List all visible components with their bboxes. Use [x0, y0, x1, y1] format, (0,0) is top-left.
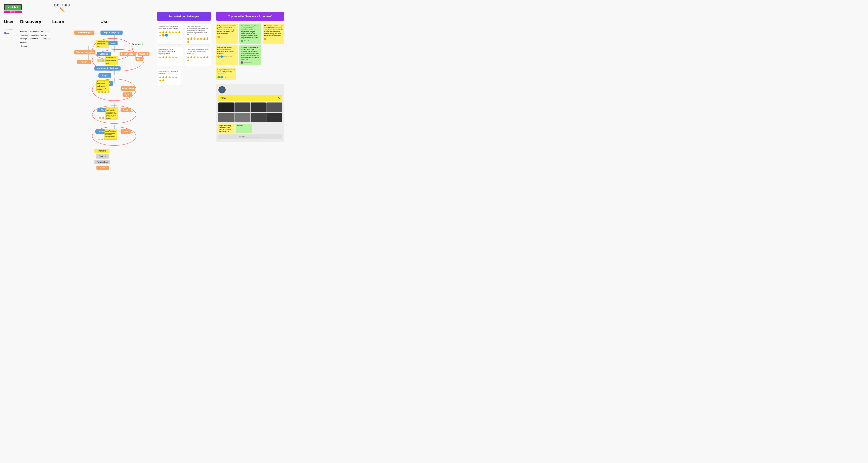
col-user-header: User — [4, 19, 20, 24]
vote-card-3-icons: 👍👍👍👍 👍👍 — [158, 56, 181, 59]
two-years-card-3: ⭐ After 2 years, we have created 10000 i… — [262, 24, 284, 43]
node-lesson-detail: Lesson detail — [120, 52, 135, 56]
vote-card-5-icons: 👍👍👍👍 👍👍👍👍 — [158, 76, 179, 82]
vote-card-3-text: Only Molean can post educational stories… — [158, 49, 181, 55]
two-years-section: Top voted in "Two years from now" In 2 y… — [216, 12, 284, 142]
two-years-card-6-text: Two years from now we will create 1000 p… — [217, 69, 235, 75]
img-6 — [235, 113, 250, 122]
sticky-chatroom: We taught live will actually teach, help… — [104, 129, 117, 140]
detail-note-yellow: Sifgan tester bringt versuche-a sifgan f… — [218, 124, 235, 133]
vote-card-4-icons: 👍👍👍👍 👍👍👍👍 — [187, 56, 209, 61]
two-years-header: Top voted in "Two years from now" — [216, 12, 284, 21]
node-premium: Premium — [94, 149, 110, 153]
two-years-card-1: In 2 years, we have become a platform wh… — [216, 24, 238, 43]
node-chat: Chat — [96, 165, 109, 170]
node-blogs: Blogs — [98, 73, 111, 78]
star-icon: ⭐ — [280, 24, 283, 28]
two-years-card-5-author: Molean Sorioth — [241, 61, 259, 64]
disc-item-friends: • Friends — [20, 40, 28, 44]
vote-card-1-text: Chatroom: want to connect to home page, … — [158, 25, 181, 30]
disc-item-appstore: • Appstore — [20, 33, 28, 37]
discovery-list-1: • Articles • Appstore • Google • Friends… — [20, 30, 28, 48]
node-signin: Sign in / sign up — [100, 31, 123, 35]
two-years-card-1-author: Molean Options — [217, 36, 236, 38]
node-audio-podcast: Audio book / Podcast — [94, 66, 121, 70]
edit-icon[interactable]: ✎ — [278, 96, 280, 99]
node-follow: Follow — [78, 60, 91, 64]
two-years-card-5-text: In 2 years, we will create the melearm s… — [241, 47, 259, 61]
link-bar[interactable]: link here...............................… — [218, 134, 282, 139]
start-sub: HERE — [4, 11, 22, 13]
node-note: Note — [135, 57, 143, 61]
vote-card-4: Every course instructor can have their l… — [185, 47, 211, 67]
sticky-newsfeed-text: Choose settings like courses already sta… — [97, 41, 108, 47]
start-text: START — [7, 5, 19, 9]
node-qna: QnA — [123, 92, 132, 97]
detail-note-green: Test Name — [236, 124, 252, 133]
right-section: Top voted on challenges Chatroom: want t… — [157, 12, 211, 85]
two-years-card-3-text: After 2 years, we have created 10000 int… — [264, 25, 283, 37]
col-learn-header: Learn — [52, 19, 74, 24]
two-years-grid: In 2 years, we have become a platform wh… — [216, 24, 284, 65]
node-notification: Notification — [94, 160, 110, 164]
sticky-story: Story like trigger Sifgar, the core-need… — [105, 107, 118, 120]
two-years-card-placeholder — [262, 45, 284, 65]
img-7 — [251, 113, 266, 122]
node-walkthroughs: Walkthroughs — [74, 31, 94, 35]
column-headers: User Discovery Learn Use — [4, 19, 145, 24]
two-years-card-3-author: Molean Temman — [264, 38, 283, 40]
vote-card-2: In the training section, recommend the a… — [185, 24, 211, 44]
two-years-card-2: Two years from now, we will be recognize… — [239, 24, 261, 43]
discovery-list-2: • App Store Description • App Store Revi… — [30, 30, 51, 48]
two-years-card-6-author: Grapple — [217, 76, 235, 79]
detail-avatar: 👤 — [218, 86, 226, 93]
detail-section: 👤 Title ✎ Sifgan tester bri — [216, 84, 284, 142]
img-4 — [267, 102, 282, 112]
two-years-card-4: In 2 years, we are now offering Internat… — [216, 45, 238, 65]
vote-card-2-text: In the training section, recommend the a… — [187, 25, 209, 36]
sticky-profile: Creates famili sifgan stringer bringt ve… — [96, 81, 109, 91]
dothis-text: DO THIS — [54, 4, 70, 7]
two-years-card-2-author: Molean Temman — [241, 40, 259, 42]
detail-text-area: Sifgan tester bringt versuche-a sifgan f… — [218, 124, 282, 133]
node-search: Search — [96, 154, 109, 159]
title-label: Title — [220, 96, 226, 99]
user-column: Version 18.50 User — [4, 29, 20, 35]
node-lessons: Lessons — [97, 52, 111, 56]
version-label: Version 18.50 — [4, 29, 20, 31]
sticky-green-1: 👍 — [97, 59, 100, 62]
col-discovery-header: Discovery — [20, 19, 52, 24]
user-label: User — [4, 32, 20, 35]
node-story-detail: Detail — [121, 108, 131, 112]
col-use-header: Use — [74, 19, 135, 24]
disc-item-app-desc: • App Store Description — [30, 30, 51, 33]
img-8 — [267, 113, 282, 122]
img-2 — [235, 102, 250, 112]
disc-item-app-reviews: • App Store Reviews — [30, 33, 51, 37]
two-years-card-2-text: Two years from now, we will be recognize… — [241, 25, 259, 39]
img-5 — [218, 113, 234, 122]
image-grid — [218, 102, 282, 122]
dothis-logo: DO THIS ✏️ — [54, 4, 70, 12]
start-logo: START HERE — [4, 4, 22, 13]
disc-item-website: • Website / Landing page — [30, 37, 51, 40]
vote-card-1: Chatroom: want to connect to home page, … — [157, 24, 183, 44]
two-years-card-4-text: In 2 years, we are now offering Internat… — [217, 47, 236, 55]
disc-item-articles: • Articles — [20, 30, 28, 33]
vote-card-5-text: Remind instructor of students questions — [158, 70, 179, 75]
two-years-card-4-author: Molean Suurock — [217, 56, 236, 58]
sticky-newsfeed: Choose settings like courses already sta… — [96, 40, 108, 48]
vote-card-1-icons: 👍👍👍👍 👍👍👍👍 — [158, 31, 181, 37]
challenges-header: Top voted on challenges — [157, 12, 211, 21]
discovery-column: • Articles • Appstore • Google • Friends… — [20, 30, 54, 48]
pencil-icon: ✏️ — [54, 7, 70, 12]
two-years-card-1-text: In 2 years, we have become a platform wh… — [217, 25, 236, 35]
title-bar: Title ✎ — [218, 95, 282, 101]
vote-card-4-text: Every course instructor can have their l… — [187, 49, 209, 55]
sticky-profile-text: Creates famili sifgan stringer bringt ve… — [97, 81, 107, 90]
sticky-green-2: 👍 — [100, 59, 104, 62]
disc-item-socials: • Socials — [20, 44, 28, 48]
node-contents: Contents — [130, 42, 143, 47]
sticky-lesson-text: Lesson note: learn more about courses, g… — [106, 57, 117, 64]
img-3 — [251, 102, 266, 112]
